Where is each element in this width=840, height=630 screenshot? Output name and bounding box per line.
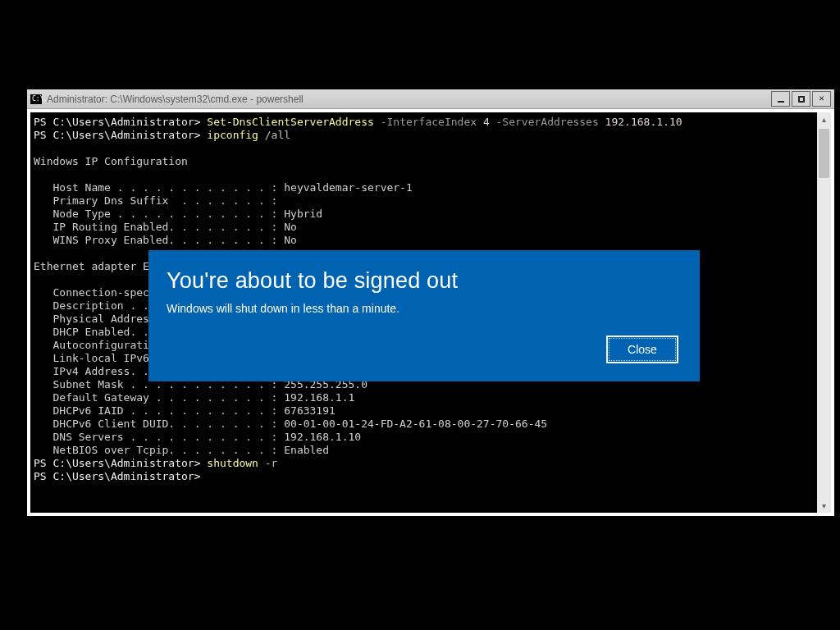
cmd-text: shutdown [207,457,258,469]
prompt: PS C:\Users\Administrator> [34,116,207,128]
output-line: IP Routing Enabled. . . . . . . . : No [34,221,297,233]
cmd-text: Set-DnsClientServerAddress [207,116,374,128]
vertical-scrollbar[interactable]: ▴ ▾ [817,112,831,513]
dialog-body: Windows will shut down in less than a mi… [167,302,675,315]
output-line: NetBIOS over Tcpip. . . . . . . . : Enab… [34,444,329,456]
output-line: Node Type . . . . . . . . . . . . : Hybr… [34,208,322,220]
prompt: PS C:\Users\Administrator> [34,457,207,469]
param-name: -ServerAddresses [490,116,605,128]
minimize-button[interactable] [771,91,790,107]
output-line: DHCPv6 IAID . . . . . . . . . . . : 6763… [34,404,336,417]
scroll-down-icon[interactable]: ▾ [817,499,831,513]
output-line: WINS Proxy Enabled. . . . . . . . : No [34,234,297,246]
output-line: Primary Dns Suffix . . . . . . . : [34,194,277,207]
prompt: PS C:\Users\Administrator> [34,470,201,482]
dialog-heading: You're about to be signed out [167,268,675,294]
signout-dialog: You're about to be signed out Windows wi… [148,250,700,381]
output-line: DHCPv6 Client DUID. . . . . . . . : 00-0… [34,418,547,430]
output-line: Default Gateway . . . . . . . . . : 192.… [34,391,354,404]
param-value: 4 [483,116,490,128]
scroll-up-icon[interactable]: ▴ [817,112,831,126]
prompt: PS C:\Users\Administrator> [34,129,207,141]
cmd-arg: /all [258,129,290,141]
output-line: Windows IP Configuration [34,155,188,167]
output-line: DNS Servers . . . . . . . . . . . : 192.… [34,431,361,443]
cmd-icon: C:\. [30,94,42,104]
window-titlebar[interactable]: C:\. Administrator: C:\Windows\system32\… [27,89,834,109]
maximize-button[interactable] [792,91,810,107]
param-name: -InterfaceIndex [374,116,483,128]
scroll-thumb[interactable] [819,129,829,178]
cmd-arg: -r [258,457,277,469]
cmd-text: ipconfig [207,129,258,141]
close-button[interactable]: Close [606,336,678,363]
param-value: 192.168.1.10 [605,116,682,128]
window-title: Administrator: C:\Windows\system32\cmd.e… [47,94,769,105]
close-window-button[interactable] [812,91,831,107]
output-line: Host Name . . . . . . . . . . . . : heyv… [34,181,413,194]
